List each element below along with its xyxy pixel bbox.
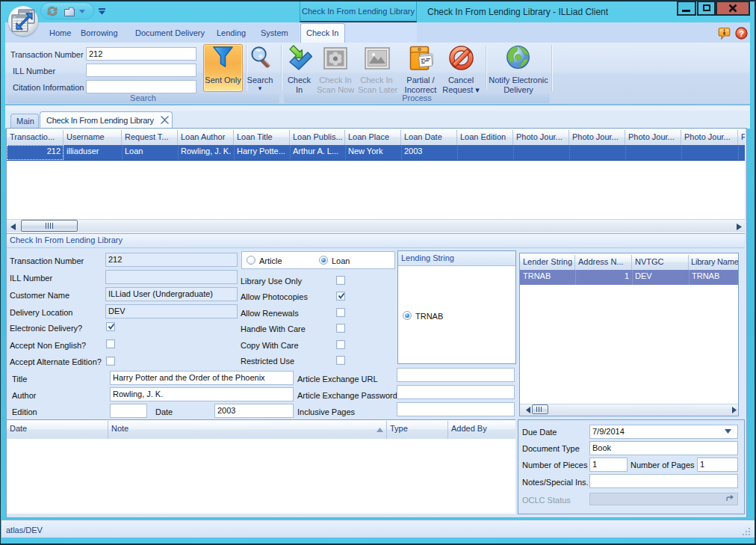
svg-text:?: ? [739,29,744,38]
